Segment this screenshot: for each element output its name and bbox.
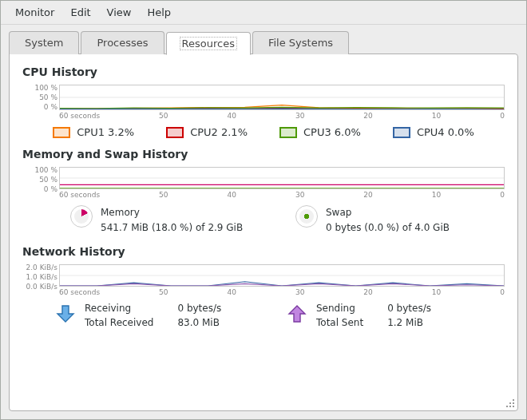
mem-x-labels: 60 seconds5040 3020100 xyxy=(59,191,505,199)
memory-item[interactable]: Memory 541.7 MiB (18.0 %) of 2.9 GiB xyxy=(70,205,279,236)
resources-pane: CPU History 100 %50 %0 % 60 seconds5040 … xyxy=(9,53,518,411)
memory-pie-icon xyxy=(70,205,93,228)
cpu3-legend[interactable]: CPU3 6.0% xyxy=(279,126,361,138)
cpu1-swatch xyxy=(53,127,70,138)
swap-pie-icon xyxy=(295,205,318,228)
download-arrow-icon xyxy=(54,303,77,325)
receiving-rate: 0 bytes/s xyxy=(177,303,221,314)
cpu2-legend[interactable]: CPU2 2.1% xyxy=(166,126,248,138)
cpu-legend: CPU1 3.2% CPU2 2.1% CPU3 6.0% CPU4 0.0% xyxy=(22,126,505,138)
memory-section: Memory and Swap History 100 %50 %0 % 60 … xyxy=(22,148,505,236)
menu-monitor[interactable]: Monitor xyxy=(7,4,62,21)
net-x-labels: 60 seconds5040 3020100 xyxy=(59,288,505,296)
cpu2-swatch xyxy=(166,127,184,138)
total-received: 83.0 MiB xyxy=(177,317,221,328)
network-heading: Network History xyxy=(22,245,505,258)
menu-help[interactable]: Help xyxy=(139,4,179,21)
mem-y-labels: 100 %50 %0 % xyxy=(22,165,57,194)
system-monitor-window: Monitor Edit View Help System Processes … xyxy=(0,0,527,420)
tab-system[interactable]: System xyxy=(9,31,79,54)
swap-item[interactable]: Swap 0 bytes (0.0 %) of 4.0 GiB xyxy=(295,205,505,236)
tab-filesystems[interactable]: File Systems xyxy=(252,31,349,54)
cpu-y-labels: 100 %50 %0 % xyxy=(22,83,57,112)
sending-item[interactable]: Sending 0 bytes/s Total Sent 1.2 MiB xyxy=(286,303,505,328)
total-sent: 1.2 MiB xyxy=(387,317,431,328)
cpu-heading: CPU History xyxy=(22,65,505,78)
menubar: Monitor Edit View Help xyxy=(1,1,526,25)
network-section: Network History 2.0 KiB/s1.0 KiB/s0.0 Ki… xyxy=(22,245,505,328)
tab-processes[interactable]: Processes xyxy=(81,31,164,54)
cpu-section: CPU History 100 %50 %0 % 60 seconds5040 … xyxy=(22,65,505,138)
tab-resources[interactable]: Resources xyxy=(166,32,251,55)
memory-value: 541.7 MiB (18.0 %) of 2.9 GiB xyxy=(101,220,243,236)
cpu-chart: 100 %50 %0 % 60 seconds5040 3020100 xyxy=(22,83,505,120)
upload-arrow-icon xyxy=(286,303,308,325)
cpu-x-labels: 60 seconds5040 3020100 xyxy=(59,112,505,120)
sending-rate: 0 bytes/s xyxy=(387,303,431,314)
net-y-labels: 2.0 KiB/s1.0 KiB/s0.0 KiB/s xyxy=(22,263,57,291)
network-chart: 2.0 KiB/s1.0 KiB/s0.0 KiB/s 60 seconds50… xyxy=(22,263,505,296)
resize-grip[interactable] xyxy=(505,398,516,409)
receiving-item[interactable]: Receiving 0 bytes/s Total Received 83.0 … xyxy=(54,303,273,328)
swap-value: 0 bytes (0.0 %) of 4.0 GiB xyxy=(326,220,450,236)
menu-edit[interactable]: Edit xyxy=(62,4,98,21)
memory-chart: 100 %50 %0 % 60 seconds5040 3020100 xyxy=(22,165,505,199)
cpu3-swatch xyxy=(279,127,297,138)
cpu1-legend[interactable]: CPU1 3.2% xyxy=(53,126,134,138)
cpu4-swatch xyxy=(393,127,410,138)
memory-heading: Memory and Swap History xyxy=(22,148,505,160)
cpu4-legend[interactable]: CPU4 0.0% xyxy=(393,126,474,138)
tab-bar: System Processes Resources File Systems xyxy=(1,25,526,54)
menu-view[interactable]: View xyxy=(99,4,140,21)
